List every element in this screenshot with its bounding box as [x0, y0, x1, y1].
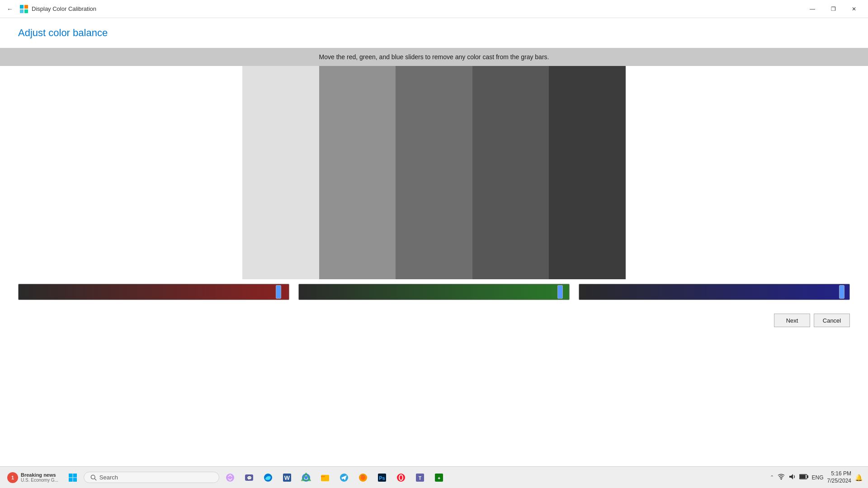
- clock-time: 5:16 PM: [827, 470, 851, 478]
- chat-icon: 💬: [244, 473, 254, 483]
- svg-text:Ps: Ps: [379, 475, 385, 481]
- instruction-bar: Move the red, green, and blue sliders to…: [0, 48, 868, 66]
- window-controls: — ❐ ✕: [802, 0, 864, 18]
- gray-bars-wrapper: [18, 66, 850, 279]
- volume-icon[interactable]: [788, 473, 796, 482]
- svg-rect-6: [69, 478, 73, 482]
- search-icon: [90, 474, 97, 481]
- gray-bar-2: [319, 66, 396, 279]
- svg-rect-2: [20, 9, 24, 13]
- svg-rect-34: [800, 475, 806, 479]
- page-heading: Adjust color balance: [18, 27, 850, 39]
- language-indicator[interactable]: ENG: [812, 474, 824, 481]
- news-icon: 1: [7, 472, 18, 483]
- svg-rect-7: [73, 478, 77, 482]
- teams-icon: T: [415, 473, 425, 483]
- chrome-app[interactable]: [297, 469, 315, 487]
- svg-rect-4: [69, 474, 73, 478]
- close-button[interactable]: ✕: [844, 0, 864, 18]
- svg-text:💬: 💬: [246, 475, 252, 481]
- titlebar-left: ← Display Color Calibration: [4, 3, 96, 15]
- chat-app[interactable]: 💬: [240, 469, 258, 487]
- extra-icon: ✦: [434, 473, 444, 483]
- minimize-button[interactable]: —: [802, 0, 823, 18]
- back-button[interactable]: ←: [4, 3, 16, 15]
- battery-icon[interactable]: [799, 474, 808, 482]
- search-bar[interactable]: Search: [84, 472, 219, 483]
- windows-logo-icon: [69, 474, 77, 482]
- svg-text:W: W: [284, 474, 290, 481]
- firefox-app[interactable]: [354, 469, 372, 487]
- green-slider-container: [298, 284, 570, 300]
- buttons-row: Next Cancel: [18, 309, 850, 336]
- window-title: Display Color Calibration: [32, 5, 96, 12]
- files-icon: [320, 473, 330, 483]
- svg-point-8: [91, 475, 95, 479]
- widgets-app[interactable]: [221, 469, 239, 487]
- files-app[interactable]: [316, 469, 334, 487]
- svg-point-32: [780, 478, 782, 479]
- svg-rect-1: [24, 5, 28, 9]
- instruction-text: Move the red, green, and blue sliders to…: [319, 53, 549, 61]
- gray-bar-5: [549, 66, 626, 279]
- news-badge: 1: [11, 475, 14, 480]
- svg-text:✦: ✦: [437, 476, 441, 481]
- svg-rect-0: [20, 5, 24, 9]
- red-slider-container: [18, 284, 289, 300]
- cancel-button[interactable]: Cancel: [814, 314, 850, 327]
- chrome-icon: [301, 473, 311, 483]
- svg-rect-20: [321, 476, 325, 477]
- app-icon: [20, 5, 28, 13]
- app-window: ← Display Color Calibration — ❐ ✕ Adjust…: [0, 0, 868, 488]
- gray-bars: [242, 66, 626, 279]
- svg-line-9: [94, 479, 96, 480]
- svg-point-23: [361, 475, 365, 480]
- svg-text:T: T: [419, 476, 421, 481]
- maximize-button[interactable]: ❐: [823, 0, 844, 18]
- teams-app[interactable]: T: [411, 469, 429, 487]
- clock-date: 7/25/2024: [827, 478, 851, 485]
- word-app[interactable]: W: [278, 469, 296, 487]
- widgets-icon: [225, 473, 235, 483]
- svg-rect-5: [73, 474, 77, 478]
- start-button[interactable]: [64, 469, 82, 487]
- telegram-icon: [339, 473, 349, 483]
- extra-app[interactable]: ✦: [430, 469, 448, 487]
- svg-rect-35: [807, 475, 808, 478]
- next-button[interactable]: Next: [774, 314, 810, 327]
- search-placeholder: Search: [99, 474, 118, 481]
- opera-icon: [396, 473, 406, 483]
- opera-app[interactable]: [392, 469, 410, 487]
- word-icon: W: [282, 473, 292, 483]
- taskbar: 1 Breaking news U.S. Economy G... Search: [0, 466, 868, 488]
- main-content: Adjust color balance Move the red, green…: [0, 18, 868, 466]
- system-clock[interactable]: 5:16 PM 7/25/2024: [827, 470, 851, 484]
- news-item[interactable]: 1 Breaking news U.S. Economy G...: [4, 470, 62, 485]
- gray-bar-4: [472, 66, 549, 279]
- titlebar: ← Display Color Calibration — ❐ ✕: [0, 0, 868, 18]
- blue-slider-container: [579, 284, 850, 300]
- telegram-app[interactable]: [335, 469, 353, 487]
- network-icon[interactable]: [778, 473, 785, 482]
- taskbar-apps: 💬 W: [221, 469, 448, 487]
- news-text: Breaking news U.S. Economy G...: [21, 472, 58, 483]
- taskbar-right: ⌃: [770, 470, 864, 484]
- notification-button[interactable]: 🔔: [855, 474, 863, 481]
- gray-bar-1: [242, 66, 319, 279]
- edge-app[interactable]: [259, 469, 277, 487]
- photoshop-app[interactable]: Ps: [373, 469, 391, 487]
- gray-bar-3: [396, 66, 472, 279]
- news-subtitle: U.S. Economy G...: [21, 478, 58, 483]
- edge-icon: [263, 473, 273, 483]
- sliders-section: [18, 279, 850, 309]
- svg-rect-3: [24, 9, 28, 13]
- system-tray-expand[interactable]: ⌃: [770, 474, 774, 480]
- firefox-icon: [358, 473, 368, 483]
- photoshop-icon: Ps: [377, 473, 387, 483]
- news-title: Breaking news: [21, 472, 58, 478]
